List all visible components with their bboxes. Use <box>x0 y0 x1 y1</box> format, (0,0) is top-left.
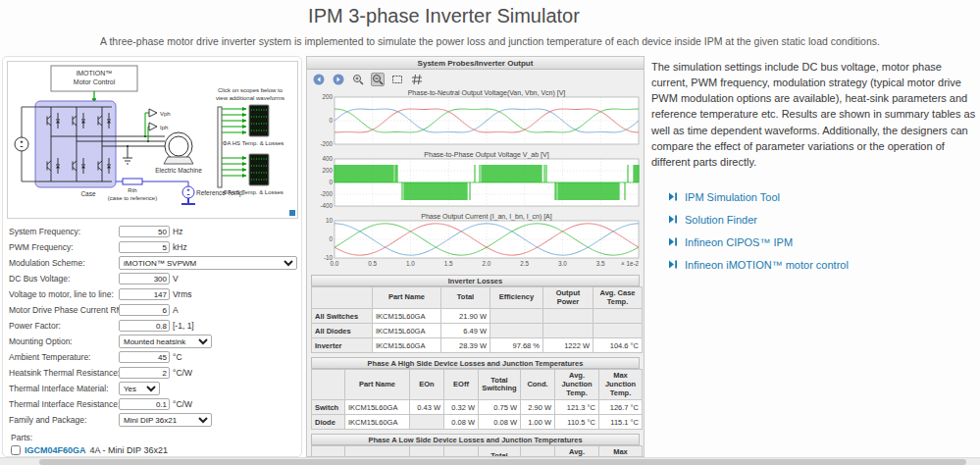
ambient-temperature-label: Ambient Temperature: <box>9 352 119 362</box>
svg-text:0: 0 <box>329 235 333 242</box>
horizontal-scrollbar[interactable] <box>0 457 980 465</box>
form-row: DC Bus Voltage:V <box>9 271 299 286</box>
link-arrow-icon <box>669 192 678 201</box>
svg-text:200: 200 <box>322 93 333 100</box>
link-solution-finder[interactable]: Solution Finder <box>685 214 757 226</box>
dc-bus-voltage-label: DC Bus Voltage: <box>9 274 119 284</box>
case-label: Case <box>80 190 96 197</box>
column-header: Total Switching <box>479 370 521 400</box>
form-row: Voltage to motor, line to line:Vrms <box>9 286 299 302</box>
thermal-interface-resistance-label: Thermal Interface Resistance: <box>9 399 119 409</box>
vph-probe <box>149 109 157 117</box>
column-header: Cond. <box>521 370 555 400</box>
diagram-expand-icon[interactable] <box>289 210 295 216</box>
iph-label: Iph <box>160 125 168 130</box>
cell <box>543 324 593 338</box>
cell: 2.90 W <box>521 400 555 415</box>
zoom-box-icon[interactable] <box>390 73 404 86</box>
heatsink-thermal-resistance-label: Heatsink Thermal Resistance: <box>9 368 119 378</box>
phase-to-neutral-voltage-plot[interactable]: Phase-to-Neutral Output Voltage(Van, Vbn… <box>307 88 644 150</box>
thermal-interface-material-label: Thermal Interface Material: <box>9 384 119 393</box>
settings-form: System Frequency:HzPWM Frequency:kHzModu… <box>9 224 299 455</box>
modulation-scheme-select[interactable]: iMOTION™ SVPWM <box>119 256 297 270</box>
table-row: SwitchIKCM15L60GA0.43 W0.32 W0.75 W2.90 … <box>312 400 643 415</box>
svg-text:-200: -200 <box>320 140 333 147</box>
phase-output-current-plot[interactable]: Phase Output Current (I_an, I_bn, I_cn) … <box>307 212 644 271</box>
link-ipm-simulation-tool[interactable]: IPM Simulation Tool <box>685 191 780 203</box>
cursors-icon[interactable] <box>410 73 424 86</box>
thermal-interface-material-select[interactable]: Yes <box>119 382 160 395</box>
link-infineon-cipos-ipm[interactable]: Infineon CIPOS™ IPM <box>685 236 793 248</box>
dc-bus-voltage-input[interactable] <box>119 273 170 284</box>
zoom-out-icon[interactable] <box>371 73 385 86</box>
motor-control-label-2: Motor Control <box>74 78 116 85</box>
pwm-frequency-label: PWM Frequency: <box>9 242 119 252</box>
table-row: InverterIKCM15L60GA28.39 W97.68 %1222 W1… <box>312 338 643 353</box>
thermal-interface-resistance-input[interactable] <box>119 398 170 410</box>
ipm-simulator-app: IPM 3-phase Inverter Simulator A three-p… <box>0 0 980 465</box>
history-back-icon[interactable] <box>312 73 326 86</box>
svg-text:1.0: 1.0 <box>406 260 415 267</box>
rth-sub-label: (case to reference) <box>108 195 157 201</box>
mounting-option-label: Mounting Option: <box>9 336 119 346</box>
form-row: Power Factor:[-1, 1] <box>9 318 299 334</box>
ambient-temperature-unit: °C <box>173 352 182 362</box>
mounting-option-select[interactable]: Mounted heatsink <box>119 335 212 348</box>
ambient-temperature-input[interactable] <box>119 351 170 363</box>
motor-drive-phase-current-rms-unit: A <box>173 305 179 315</box>
part-row: IGCM04F60GA4A - Mini DIP 36x21 <box>11 445 299 455</box>
history-forward-icon[interactable] <box>332 73 345 86</box>
parts-label: Parts: <box>11 433 299 442</box>
column-header: Efficiency <box>490 287 543 309</box>
heatsink-thermal-resistance-input[interactable] <box>119 367 170 379</box>
svg-text:10: 10 <box>326 217 334 224</box>
high-side-losses-table: Part NameEOnEOffTotal SwitchingCond.Avg.… <box>311 369 643 430</box>
cell: 115.1 °C <box>599 415 643 430</box>
pwm-frequency-input[interactable] <box>119 241 170 253</box>
cell: 21.90 W <box>441 309 490 324</box>
part-checkbox[interactable] <box>11 445 21 455</box>
iph-probe <box>149 123 157 130</box>
simulation-settings-panel: iMOTION™ Motor Control Case <box>2 56 302 457</box>
cell <box>410 415 444 430</box>
power-factor-label: Power Factor: <box>9 321 119 331</box>
cell: 121.3 °C <box>555 400 599 415</box>
cell: 1222 W <box>543 338 593 353</box>
inverter-losses-header: Inverter Losses <box>311 275 640 286</box>
cell: 104.6 °C <box>593 338 643 353</box>
motor-drive-phase-current-rms-input[interactable] <box>119 304 170 316</box>
svg-text:× 1e-2: × 1e-2 <box>621 260 640 267</box>
dc-source <box>15 137 28 151</box>
form-row: Motor Drive Phase Current RMS:A <box>9 302 299 318</box>
ground-symbol <box>123 146 132 164</box>
column-header <box>312 287 373 309</box>
phase-to-phase-voltage-plot[interactable]: Phase-to-Phase Output Voltage V_ab [V]40… <box>307 150 644 212</box>
link-row: Infineon CIPOS™ IPM <box>669 231 977 253</box>
svg-text:0: 0 <box>329 179 333 185</box>
svg-text:Phase Output Current (I_an, I_: Phase Output Current (I_an, I_bn, I_cn) … <box>421 213 552 221</box>
cell <box>593 324 643 338</box>
cell: 110.5 °C <box>555 415 599 430</box>
link-arrow-icon <box>669 260 678 269</box>
column-header: Cond. <box>521 446 555 457</box>
power-factor-input[interactable] <box>119 320 170 332</box>
svg-text:1.5: 1.5 <box>444 260 453 267</box>
family-and-package-select[interactable]: Mini DIP 36x21 <box>119 413 212 427</box>
cell: All Switches <box>312 309 373 324</box>
cell <box>543 309 593 324</box>
part-link[interactable]: IGCM04F60GA <box>25 445 86 455</box>
column-header: Part Name <box>345 370 410 400</box>
info-paragraph: The simulation settings include DC bus v… <box>651 59 977 170</box>
system-frequency-input[interactable] <box>119 226 170 237</box>
link-infineon-imotion-motor-control[interactable]: Infineon iMOTION™ motor control <box>685 259 849 271</box>
info-panel: The simulation settings include DC bus v… <box>651 59 977 276</box>
voltage-to-motor-line-to-line-input[interactable] <box>119 288 170 300</box>
form-row: Family and Package:Mini DIP 36x21 <box>9 412 299 428</box>
zoom-in-icon[interactable] <box>351 73 365 86</box>
scrollbar-thumb[interactable] <box>39 459 966 465</box>
cell: 97.68 % <box>490 338 543 353</box>
column-header: Total <box>441 287 490 309</box>
low-side-header: Phase A Low Side Device Losses and Junct… <box>311 434 640 445</box>
svg-text:-200: -200 <box>320 190 333 197</box>
link-arrow-icon <box>669 237 678 246</box>
